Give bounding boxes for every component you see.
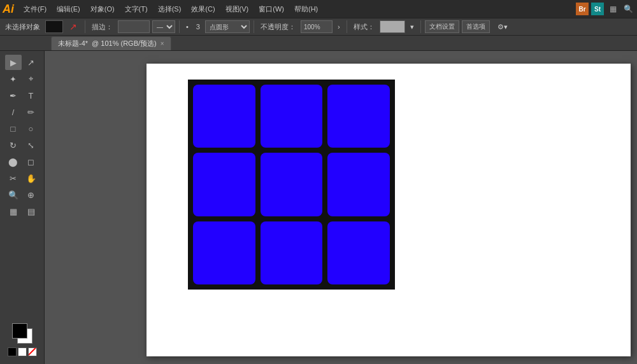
stroke-width-input[interactable] (118, 20, 150, 33)
workspace-icon[interactable]: ▦ (606, 3, 619, 15)
menu-bar: Ai 文件(F) 编辑(E) 对象(O) 文字(T) 选择(S) 效果(C) 视… (0, 0, 637, 18)
color-area (8, 322, 37, 360)
eraser-tool[interactable]: ◻ (23, 154, 39, 169)
stock-icon[interactable]: St (591, 3, 604, 15)
tab-close-btn[interactable]: × (161, 40, 164, 47)
paintbrush-tool[interactable]: ✏ (23, 104, 39, 120)
rotate-tool[interactable]: ↻ (5, 137, 22, 153)
property-toolbar: 未选择对象 ↗ 描边： — • 3 点圆形 不透明度： › 样式： ▾ 文档设置… (0, 18, 637, 36)
object-label: 未选择对象 (3, 22, 43, 32)
separator3 (254, 20, 254, 33)
doc-settings-btn[interactable]: 文档设置 (425, 20, 459, 33)
pen-tool[interactable]: ✒ (5, 88, 22, 103)
tool-row-1: ▶ ↗ (5, 55, 39, 70)
separator4 (347, 20, 347, 33)
separator5 (420, 20, 421, 33)
opacity-label: 不透明度： (258, 22, 298, 32)
mini-black-swatch[interactable] (8, 347, 17, 356)
direct-select-tool[interactable]: ↗ (23, 55, 39, 70)
lasso-tool[interactable]: ⌖ (23, 71, 39, 87)
menu-select[interactable]: 选择(S) (154, 3, 186, 16)
tool-row-4: / ✏ (5, 104, 39, 120)
mini-none-swatch[interactable] (28, 347, 37, 356)
grid-container (188, 80, 395, 290)
scale-tool[interactable]: ⤡ (23, 137, 39, 153)
scissors-tool[interactable]: ✂ (5, 171, 22, 186)
style-color-box[interactable] (380, 20, 405, 33)
ellipse-tool[interactable]: ○ (23, 121, 39, 136)
select-tool[interactable]: ▶ (5, 55, 22, 70)
type-tool[interactable]: T (23, 88, 39, 103)
fill-color-box[interactable] (45, 20, 63, 33)
tab-bar: 未标题-4* @ 101% (RGB/预选) × (0, 36, 637, 51)
color-swatch-stack[interactable] (11, 322, 34, 345)
column-graph-tool[interactable]: ▦ (5, 204, 22, 219)
grid-cell-8 (261, 221, 323, 284)
toolbox: ▶ ↗ ✦ ⌖ ✒ T / ✏ □ ○ ↻ ⤡ ⬤ ◻ ✂ ✋ (0, 51, 45, 364)
grid-cell-1 (193, 85, 255, 148)
tool-row-3: ✒ T (5, 88, 39, 103)
tool-row-10: ▦ ▤ (5, 204, 39, 219)
grid-cell-9 (327, 221, 390, 284)
tool-row-2: ✦ ⌖ (5, 71, 39, 87)
menu-text[interactable]: 文字(T) (120, 3, 152, 16)
stroke-type-select[interactable]: — (152, 20, 175, 33)
grid-cell-4 (193, 153, 255, 216)
artwork (188, 80, 395, 290)
tab-info: @ 101% (RGB/预选) (92, 39, 157, 48)
separator1 (85, 20, 85, 33)
separator2 (179, 20, 180, 33)
grid-cell-7 (193, 221, 255, 284)
tool-row-8: ✂ ✋ (5, 171, 39, 186)
tool-row-7: ⬤ ◻ (5, 154, 39, 169)
main-area: ▶ ↗ ✦ ⌖ ✒ T / ✏ □ ○ ↻ ⤡ ⬤ ◻ ✂ ✋ (0, 51, 637, 364)
menu-object[interactable]: 对象(O) (86, 3, 119, 16)
hand-tool[interactable]: ✋ (23, 171, 39, 186)
blob-brush-tool[interactable]: ⬤ (5, 154, 22, 169)
menu-effect[interactable]: 效果(C) (187, 3, 219, 16)
style-label: 样式： (351, 22, 377, 32)
menu-help[interactable]: 帮助(H) (290, 3, 322, 16)
menu-window[interactable]: 窗口(W) (254, 3, 289, 16)
mini-swatches (8, 347, 37, 356)
document-tab[interactable]: 未标题-4* @ 101% (RGB/预选) × (51, 36, 171, 50)
preferences-btn[interactable]: 首选项 (462, 20, 490, 33)
extra-tool[interactable]: ⊕ (23, 187, 39, 202)
stroke-arrow-btn[interactable]: ↗ (66, 20, 81, 33)
canvas-area[interactable] (45, 51, 637, 364)
stroke-label: 描边： (89, 22, 115, 32)
magic-wand-tool[interactable]: ✦ (5, 71, 22, 87)
grid-cell-6 (327, 153, 390, 216)
bridge-icon[interactable]: Br (576, 3, 589, 15)
fill-swatch[interactable] (12, 323, 27, 339)
dot-shape-select[interactable]: 点圆形 (205, 20, 250, 33)
menu-file[interactable]: 文件(F) (19, 3, 51, 16)
dot-size-label: • (183, 23, 191, 31)
grid-cell-5 (261, 153, 323, 216)
bar-graph-tool[interactable]: ▤ (23, 204, 39, 219)
tab-title: 未标题-4* (58, 39, 88, 48)
tool-row-9: 🔍 ⊕ (5, 187, 39, 202)
search-icon[interactable]: 🔍 (622, 3, 634, 15)
rect-tool[interactable]: □ (5, 121, 22, 136)
app-logo: Ai (3, 3, 14, 16)
menu-right-icons: Br St ▦ 🔍 (576, 3, 634, 15)
opacity-arrow[interactable]: › (335, 23, 343, 31)
zoom-tool[interactable]: 🔍 (5, 187, 22, 202)
menu-view[interactable]: 视图(V) (221, 3, 254, 16)
style-arrow[interactable]: ▾ (408, 23, 417, 31)
opacity-input[interactable] (301, 20, 333, 33)
mini-white-swatch[interactable] (18, 347, 27, 356)
tool-row-6: ↻ ⤡ (5, 137, 39, 153)
extra-icon[interactable]: ⚙▾ (495, 23, 510, 31)
menu-edit[interactable]: 编辑(E) (52, 3, 85, 16)
dot-size-value: 3 (194, 23, 203, 31)
grid-cell-2 (261, 85, 323, 148)
line-tool[interactable]: / (5, 104, 22, 120)
tool-row-5: □ ○ (5, 121, 39, 136)
grid-cell-3 (327, 85, 390, 148)
